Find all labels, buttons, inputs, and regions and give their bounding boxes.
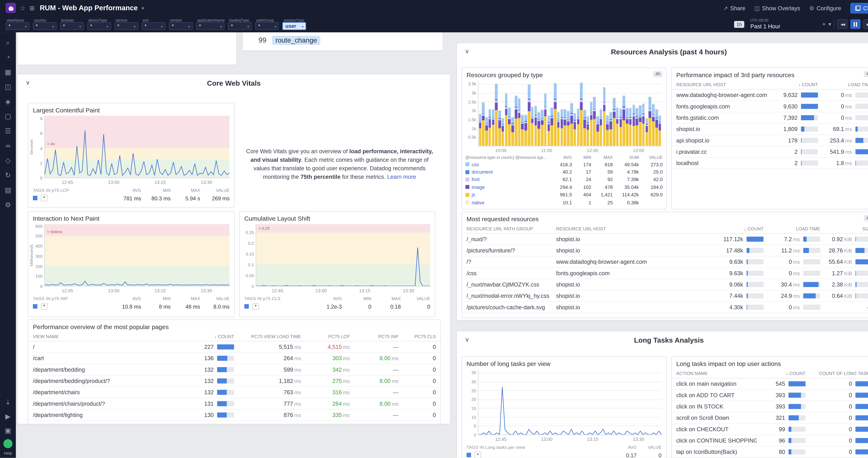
table-row[interactable]: /_nuxt/?shopist.io117.12k7.2ms0.92KiB	[462, 234, 868, 245]
time-chevron-down-icon[interactable]: ▾	[829, 21, 831, 27]
table-row[interactable]: js961.54041,421114.42k629.0	[462, 191, 666, 199]
section-title: Core Web Vitals	[18, 79, 450, 87]
table-header: RESOURCE URL PATH GROUPRESOURCE URL HOST…	[462, 225, 868, 234]
pin-icon[interactable]: ⌖	[823, 21, 826, 27]
template-variable-loadingType[interactable]: loadingType*▾	[228, 18, 252, 30]
table-row[interactable]: /_nuxt/modal-error.nWYkj_hy.cssshopist.i…	[462, 290, 868, 302]
table-row[interactable]: localhost21.8ms	[672, 158, 868, 169]
ci-icon[interactable]: ↻	[0, 170, 16, 181]
inp-chart[interactable]: > 500ms	[44, 224, 230, 287]
downloads-icon[interactable]: ⇣	[0, 397, 16, 408]
logs-icon[interactable]: ☰	[0, 125, 16, 137]
table-header: @resource.type in count:[-@resource.type…	[462, 154, 666, 161]
table-row[interactable]: click on CHECKOUT990	[672, 424, 868, 435]
template-variable-viewName[interactable]: viewName*▾	[6, 18, 30, 30]
table-row[interactable]: shopist.io1,80969.1ms	[672, 124, 868, 135]
template-variable-version[interactable]: version*▾	[169, 18, 193, 30]
template-variable-browser[interactable]: browser*▾	[60, 18, 84, 30]
template-variable-env[interactable]: env*▾	[142, 18, 165, 30]
table-row[interactable]: font62.124927.39k42.0	[462, 176, 666, 183]
table-row[interactable]: click on IN STOCK3930	[672, 401, 868, 412]
cls-chart[interactable]: > 0.25	[256, 224, 430, 287]
template-variable-sessionType[interactable]: sessionTypeuser▾	[283, 18, 306, 30]
table-row[interactable]: scroll on Scroll Down3210	[672, 412, 868, 424]
time-controls: 1h UTC-05:00 Past 1 Hour ⌖ ▾ ◀◀ ▶▶ ⌕	[734, 18, 868, 30]
search-icon[interactable]: ⌕	[0, 37, 16, 48]
template-variable-pathGroup[interactable]: pathGroup*▾	[255, 18, 279, 30]
table-row[interactable]: api.shopist.io178253.4ms	[672, 135, 868, 146]
time-range-chip[interactable]: 1h	[734, 21, 744, 27]
table-row[interactable]: www.datadoghq-browser-agent.com9,6320ms	[672, 90, 868, 101]
table-row[interactable]: /cart136264ms303ms8.00ms0	[28, 353, 440, 364]
long-tasks-chart[interactable]	[478, 369, 661, 435]
clone-button[interactable]: Clone	[850, 3, 868, 13]
metrics-icon[interactable]: ▦	[0, 66, 16, 78]
template-variable-deviceType[interactable]: deviceType*▾	[87, 18, 111, 30]
watchdog-icon[interactable]: ◔	[0, 52, 16, 63]
table-row[interactable]: /cssfonts.googleapis.com9.63k0ms1.27KiB	[462, 268, 868, 279]
security-icon[interactable]: ◇	[0, 155, 16, 166]
table-row[interactable]: native10.11250.38k	[462, 199, 666, 206]
resources-by-type-chart[interactable]	[478, 81, 661, 146]
configure-button[interactable]: ⚙Configure	[809, 5, 841, 11]
table-row[interactable]: tap on IconButton(Back)800	[672, 447, 868, 458]
datadog-logo-icon[interactable]	[6, 3, 16, 13]
table-row[interactable]: fonts.gstatic.com7,3920ms	[672, 112, 868, 124]
table-row[interactable]: /department/chairs/product/?131777ms264m…	[28, 398, 440, 409]
time-range-picker[interactable]: UTC-05:00 Past 1 Hour	[747, 18, 819, 30]
axis-tick: 0	[40, 176, 42, 181]
show-overlays-button[interactable]: ◫Show Overlays	[754, 5, 800, 11]
legend-key[interactable]: *	[474, 452, 481, 458]
table-row[interactable]: /department/bedding/product/?1321,182ms2…	[28, 376, 440, 387]
organization-icon[interactable]: ▣	[0, 425, 16, 436]
infrastructure-icon[interactable]: ◫	[0, 81, 16, 92]
table-row[interactable]: css416.317461849.54k273.0	[462, 161, 666, 168]
releases-icon[interactable]: ▶	[0, 411, 16, 422]
axis-tick: 13:00	[633, 148, 644, 153]
table-row[interactable]: i.pravatar.cc2541.9ms	[672, 146, 868, 158]
apm-icon[interactable]: ◈	[0, 96, 16, 107]
table-row[interactable]: /department/chairs132763ms316ms—0	[28, 387, 440, 398]
legend-value: 8.0 ms	[200, 303, 230, 310]
time-range-label: Past 1 Hour	[750, 24, 816, 29]
time-backward-button[interactable]: ◀◀	[837, 19, 848, 29]
learn-more-link[interactable]: Learn more	[387, 174, 416, 180]
table-row[interactable]: fonts.googleapis.com9,6300ms	[672, 101, 868, 112]
legend-key[interactable]: *	[41, 195, 48, 201]
table-row[interactable]: click on CONTINUE SHOPPING960	[672, 435, 868, 446]
table-row[interactable]: /pictures/couch-cache-dark.svgshopist.io…	[462, 302, 868, 313]
help-label[interactable]: Help	[4, 451, 12, 455]
table-row[interactable]: /department/bedding132599ms342ms—0	[28, 364, 440, 375]
table-row[interactable]: /department/lighting130876ms335ms—0	[28, 410, 440, 421]
table-row[interactable]: click on ADD TO CART3930	[672, 390, 868, 401]
template-variable-service[interactable]: service*▾	[115, 18, 138, 30]
legend-value: VALUE	[200, 296, 230, 301]
pause-button[interactable]	[850, 19, 861, 29]
chevron-down-icon: ▾	[302, 24, 304, 28]
event-name-chip[interactable]: route_change	[272, 36, 320, 45]
integrations-icon[interactable]: ⚙	[0, 199, 16, 210]
template-variable-applicationName[interactable]: applicationName*▾	[196, 18, 225, 30]
time-forward-button[interactable]: ▶▶	[864, 19, 868, 29]
table-row[interactable]: /2275,515ms4,515ms—0	[28, 342, 440, 353]
notebooks-icon[interactable]: ▤	[0, 184, 16, 196]
table-row[interactable]: /pictures/furniture/?shopist.io17.48k11.…	[462, 245, 868, 256]
table-row[interactable]: /_nuxt/navbar.CjtMOZYK.cssshopist.io9.06…	[462, 279, 868, 290]
table-row[interactable]: image294.410247835.04k184.0	[462, 183, 666, 191]
rum-icon[interactable]: ▢	[0, 111, 16, 122]
synthetics-icon[interactable]: ∞	[0, 140, 16, 151]
template-variable-country[interactable]: country*▾	[33, 18, 57, 30]
table-row[interactable]: /?www.datadoghq-browser-agent.com9.63k0m…	[462, 256, 868, 268]
favorite-star-icon[interactable]: ☆	[20, 5, 25, 11]
legend-key[interactable]: *	[252, 303, 259, 310]
lcp-chart[interactable]: > 4s	[44, 116, 230, 178]
legend-value: 1.2e-3	[312, 303, 342, 310]
table-row[interactable]: document40.217594.78k25.0	[462, 168, 666, 176]
axis-tick: 12:45	[62, 288, 73, 293]
title-chevron-down-icon[interactable]: ▾	[142, 5, 144, 10]
share-button[interactable]: ↗Share	[723, 5, 745, 11]
table-row[interactable]: click on main navigation5450	[672, 378, 868, 390]
legend-key[interactable]: *	[41, 303, 48, 310]
y-axis-label	[240, 224, 245, 287]
user-avatar[interactable]	[3, 439, 12, 448]
